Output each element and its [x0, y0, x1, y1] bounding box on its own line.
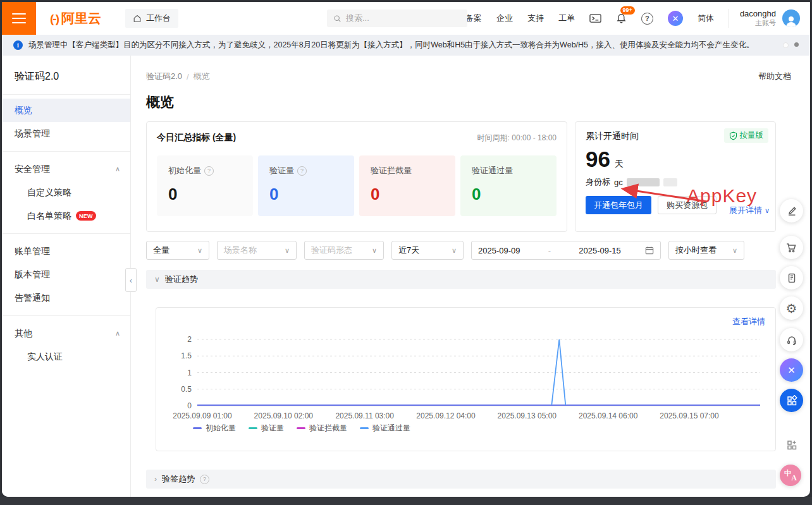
- account-menu[interactable]: daconghd 主账号: [728, 9, 810, 28]
- assistant-x-icon[interactable]: ✕: [780, 358, 803, 382]
- granularity-select[interactable]: 按小时查看∨: [668, 241, 744, 260]
- avatar[interactable]: [782, 9, 800, 27]
- divider: [2, 315, 130, 316]
- notification-badge: 99+: [620, 6, 635, 15]
- svg-text:2025.09.11 03:00: 2025.09.11 03:00: [335, 411, 394, 420]
- breadcrumb-root[interactable]: 验证码2.0: [146, 71, 182, 82]
- svg-text:2025.09.10 02:00: 2025.09.10 02:00: [254, 411, 314, 420]
- info-icon[interactable]: ?: [204, 166, 214, 176]
- language-switch[interactable]: 简体: [698, 13, 714, 24]
- date-range-picker[interactable]: 2025-09-09 - 2025-09-15: [471, 241, 661, 260]
- add-shortcut-icon[interactable]: [780, 433, 803, 456]
- home-icon: [133, 14, 142, 23]
- range-preset-select[interactable]: 近7天∨: [391, 241, 464, 260]
- sidebar-item-billing[interactable]: 账单管理: [2, 240, 130, 263]
- console-apps-icon[interactable]: [780, 389, 803, 412]
- support-headset-icon[interactable]: [780, 328, 803, 351]
- sidebar-item-overview[interactable]: 概览: [2, 99, 130, 122]
- sidebar-item-scene-management[interactable]: 场景管理: [2, 122, 130, 145]
- days-unit: 天: [615, 159, 624, 170]
- identity-redacted: [627, 178, 660, 186]
- metric-tile: 验证通过量 0: [460, 155, 557, 216]
- identity-label: 身份标: [586, 176, 610, 188]
- notice-text: 场景管理中【客户端类型】目的为区分不同接入方式，为了避免歧义，2025年8月20…: [28, 40, 772, 51]
- bell-icon[interactable]: 99+: [616, 13, 627, 24]
- account-type: 主账号: [740, 19, 776, 28]
- sign-section-header[interactable]: › 验签趋势 ?: [146, 470, 776, 489]
- trend-chart: 00.511.522025.09.09 01:002025.09.10 02:0…: [163, 332, 764, 422]
- main-content: 验证码2.0 / 概览 帮助文档 概览 今日汇总指标 (全量) 时间周期: 00…: [131, 56, 810, 497]
- translate-icon[interactable]: 中A: [780, 465, 801, 486]
- settings-gear-icon[interactable]: ⚙: [780, 296, 803, 320]
- sidebar-item-whitelist-policy[interactable]: 白名单策略 NEW: [2, 204, 130, 228]
- info-icon[interactable]: ?: [297, 166, 307, 176]
- banner-pagination-dots[interactable]: [783, 42, 799, 48]
- metric-value: 0: [371, 185, 455, 204]
- scene-name-select[interactable]: 场景名称∨: [217, 241, 297, 260]
- cart-icon[interactable]: [780, 236, 803, 259]
- trend-chart-card: 查看详情 00.511.522025.09.09 01:002025.09.10…: [156, 307, 776, 451]
- workbench-button[interactable]: 工作台: [125, 9, 178, 28]
- page-title: 概览: [146, 93, 810, 112]
- legend-item[interactable]: 验证量: [249, 423, 284, 434]
- legend-item[interactable]: 验证通过量: [360, 423, 410, 434]
- expand-details-link[interactable]: 展开详情 ∨: [729, 205, 770, 216]
- buy-resource-pack-button[interactable]: 购买资源包: [658, 196, 717, 214]
- terminal-icon[interactable]: [589, 13, 601, 23]
- sidebar-group-security[interactable]: 安全管理 ∧: [2, 157, 130, 181]
- identity-redacted: [663, 178, 677, 186]
- sidebar-group-others[interactable]: 其他 ∧: [2, 322, 130, 345]
- nav-tickets[interactable]: 工单: [558, 13, 575, 24]
- identity-value-prefix: gc: [614, 178, 623, 187]
- view-details-link[interactable]: 查看详情: [732, 316, 765, 327]
- date-start[interactable]: 2025-09-09: [478, 246, 520, 255]
- legend-item[interactable]: 初始化量: [193, 423, 236, 434]
- sidebar-item-alerts[interactable]: 告警通知: [2, 286, 130, 310]
- metric-tile: 验证量 ? 0: [258, 155, 354, 216]
- account-card: 按量版 累计开通时间 96 天 身份标 gc 开通包年包月 购买资源包: [575, 121, 776, 232]
- days-value: 96: [586, 148, 610, 170]
- pay-as-you-go-badge[interactable]: 按量版: [724, 128, 769, 143]
- mobile-app-icon[interactable]: [780, 266, 803, 289]
- sidebar-item-custom-policy[interactable]: 自定义策略: [2, 181, 130, 204]
- search-input[interactable]: 搜索...: [327, 9, 467, 27]
- svg-text:0: 0: [187, 401, 192, 410]
- assistant-x-icon[interactable]: ✕: [668, 11, 683, 26]
- desktop: { "colors": { "brand_orange": "#ff6a00",…: [0, 0, 812, 505]
- info-icon[interactable]: ?: [200, 475, 209, 484]
- summary-period: 时间周期: 00:00 - 18:00: [477, 133, 557, 143]
- chevron-right-icon: ›: [154, 475, 157, 484]
- nav-enterprise[interactable]: 企业: [496, 13, 513, 24]
- sidebar-collapse-handle[interactable]: ‹: [125, 268, 137, 292]
- aliyun-logo-text: 阿里云: [61, 9, 101, 27]
- nav-support[interactable]: 支持: [527, 13, 544, 24]
- svg-text:2: 2: [187, 335, 192, 344]
- hamburger-menu-button[interactable]: [2, 2, 36, 35]
- calendar-icon: [645, 246, 654, 255]
- aliyun-logo[interactable]: (-) 阿里云: [50, 9, 101, 27]
- scope-select[interactable]: 全量∨: [146, 241, 209, 260]
- sidebar-item-version[interactable]: 版本管理: [2, 263, 130, 286]
- filter-row: 全量∨ 场景名称∨ 验证码形态∨ 近7天∨ 2025-09-09 - 2025-…: [146, 241, 810, 260]
- summary-title: 今日汇总指标 (全量): [157, 132, 236, 143]
- feedback-pencil-icon[interactable]: [780, 199, 803, 222]
- svg-text:2025.09.15 07:00: 2025.09.15 07:00: [660, 411, 719, 420]
- subscribe-button[interactable]: 开通包年包月: [586, 196, 651, 214]
- help-doc-link[interactable]: 帮助文档: [758, 71, 791, 82]
- svg-text:2025.09.12 04:00: 2025.09.12 04:00: [416, 411, 476, 420]
- captcha-type-select[interactable]: 验证码形态∨: [304, 241, 384, 260]
- notice-banner: i 场景管理中【客户端类型】目的为区分不同接入方式，为了避免歧义，2025年8月…: [2, 35, 810, 56]
- trend-legend: 初始化量验证量验证拦截量验证通过量: [193, 423, 775, 434]
- metric-value: 0: [472, 185, 557, 204]
- chevron-up-icon: ∧: [115, 329, 120, 338]
- trend-section-header[interactable]: ∨ 验证趋势: [146, 270, 776, 289]
- legend-item[interactable]: 验证拦截量: [297, 423, 347, 434]
- help-icon[interactable]: ?: [641, 13, 653, 25]
- metric-tile: 验证拦截量 0: [359, 155, 455, 216]
- sign-section-title: 验签趋势: [162, 473, 195, 485]
- date-end[interactable]: 2025-09-15: [579, 246, 621, 255]
- sidebar-item-real-person-auth[interactable]: 实人认证: [2, 345, 130, 368]
- svg-text:1: 1: [187, 368, 192, 377]
- chevron-down-icon: ∨: [765, 207, 770, 215]
- body: 验证码2.0 概览 场景管理 安全管理 ∧ 自定义策略 白名单策略: [2, 56, 810, 497]
